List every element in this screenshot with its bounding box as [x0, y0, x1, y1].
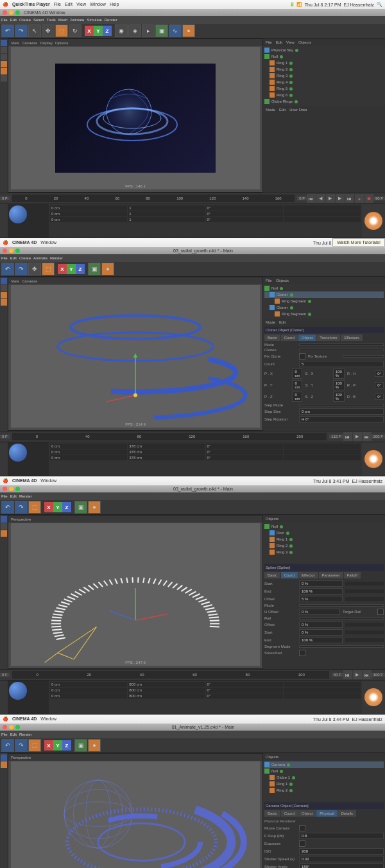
clock[interactable]: Thu Jul 8 2:17 PM [305, 3, 341, 7]
pos-x[interactable]: 0 cm [50, 205, 127, 211]
scale-tool[interactable]: ⬚ [42, 263, 55, 275]
c4d-menu-item[interactable]: Mesh [58, 18, 68, 22]
attribute-manager[interactable]: Spline [Spline] Basic Coord Effector Par… [263, 563, 385, 669]
attr-tab[interactable]: Edit [279, 108, 286, 112]
attr-tab[interactable]: User Data [289, 108, 307, 112]
viewport[interactable]: ViewCameras FPS : 214.9 [8, 277, 263, 431]
c4d-menu-item[interactable]: File [1, 18, 8, 22]
next-frame[interactable]: ▶ [336, 194, 345, 203]
fix-clone-check[interactable] [299, 353, 305, 360]
panel-tab[interactable]: File [266, 40, 272, 44]
tool-button[interactable]: ◈ [128, 24, 141, 37]
point-mode[interactable] [1, 54, 7, 60]
play-button[interactable]: ▶ [326, 194, 335, 203]
poly-mode[interactable] [1, 68, 7, 74]
sphere-primitive[interactable]: ● [182, 24, 195, 37]
c4d-menu-item[interactable]: Edit [10, 18, 17, 22]
c4d-menu-item[interactable]: Animate [70, 18, 84, 22]
menu-window[interactable]: Window [40, 240, 56, 245]
undo-button[interactable]: ↶ [1, 263, 14, 275]
object-row[interactable]: Ring 5 [264, 85, 384, 92]
cube-primitive[interactable]: ▣ [88, 263, 101, 275]
panel-tab[interactable]: Objects [298, 40, 311, 44]
rotate-tool[interactable]: ↻ [69, 24, 81, 37]
c4d-menu-item[interactable]: Select [33, 18, 44, 22]
search-icon[interactable]: 🔍 [377, 2, 382, 7]
object-row[interactable]: Globe Rings [264, 98, 384, 105]
c4d-menubar[interactable]: FileEditCreateAnimateRender [0, 254, 385, 262]
attr-tab[interactable]: Effectors [341, 334, 363, 341]
redo-button[interactable]: ↷ [15, 24, 28, 37]
mac-menubar[interactable]: 🍎 QuickTime Player File Edit View Window… [0, 0, 385, 9]
object-row[interactable]: Ring 2 [264, 66, 384, 73]
attribute-manager[interactable]: Camera Object [Camera] Basic Coord Objec… [263, 801, 385, 868]
c4d-menu-item[interactable]: Simulate [87, 18, 101, 22]
attr-tab[interactable]: Basic [264, 334, 280, 341]
object-row[interactable]: Ring 6 [264, 92, 384, 98]
frame-current[interactable]: 0 F [297, 196, 307, 200]
undo-button[interactable]: ↶ [1, 24, 14, 37]
app-name[interactable]: CINEMA 4D [12, 240, 37, 245]
menu-help[interactable]: Help [110, 2, 119, 7]
tool-button[interactable]: ◉ [115, 24, 128, 37]
status-icons[interactable]: 🔋 📶 [289, 2, 302, 7]
tutorial-button[interactable]: Watch More Tutorials! [332, 238, 385, 247]
menu-edit[interactable]: Edit [65, 2, 73, 7]
size-z[interactable]: 1 [128, 217, 205, 222]
object-row[interactable]: Physical Sky [264, 47, 384, 53]
frame-start[interactable]: 0 F [0, 196, 10, 200]
viewport[interactable]: Perspective (function(){var g=document.c… [8, 515, 263, 669]
object-row[interactable]: Ring 1 [264, 60, 384, 66]
object-manager[interactable]: Camera Null Globe 1 Ring 1 Ring 2 [263, 760, 385, 801]
object-manager[interactable]: Physical Sky Null Ring 1 Ring 2 Ring 3 R… [263, 46, 385, 106]
viewport[interactable]: View Cameras Display Options FPS : 146.1 [8, 39, 263, 193]
object-row[interactable]: Ring 4 [264, 79, 384, 85]
record-button[interactable]: ● [355, 194, 364, 203]
goto-end[interactable]: ⏭ [345, 194, 354, 203]
render-button[interactable]: ▸ [142, 24, 155, 37]
menu-view[interactable]: View [76, 2, 86, 7]
vp-menu[interactable]: Options [55, 41, 69, 45]
object-manager[interactable]: Null Disc Ring 1 Ring 2 Ring 3 [263, 522, 385, 563]
c4d-menu-item[interactable]: Render [105, 18, 117, 22]
cube-primitive[interactable]: ▣ [155, 24, 168, 37]
window-titlebar[interactable]: CINEMA 4D Window [0, 9, 385, 16]
frame-end[interactable]: 90 F [373, 196, 385, 200]
size-y[interactable]: 1 [128, 211, 205, 216]
size-x[interactable]: 1 [128, 205, 205, 211]
attribute-manager[interactable] [263, 113, 385, 193]
count-input[interactable]: 5 [299, 361, 384, 367]
window-titlebar[interactable]: 03_radial_growth.c4d * - Main [0, 247, 385, 254]
vp-menu[interactable]: View [11, 41, 19, 45]
axis-lock[interactable]: XYZ [85, 26, 112, 36]
rot-p[interactable]: 0° [206, 211, 283, 216]
spline-tool[interactable]: ∿ [169, 24, 182, 37]
rot-h[interactable]: 0° [206, 205, 283, 211]
pos-z[interactable]: 0 cm [50, 217, 127, 222]
attribute-manager[interactable]: Cloner Object [Cloner] Basic Coord Objec… [263, 326, 385, 431]
object-row[interactable]: Ring 3 [264, 73, 384, 79]
vp-menu[interactable]: Cameras [22, 41, 37, 45]
texture-mode[interactable] [1, 75, 7, 82]
panel-tab[interactable]: View [286, 40, 295, 44]
attr-tab[interactable]: Mode [266, 108, 275, 112]
viewport-canvas[interactable]: FPS : 146.1 [11, 47, 260, 189]
mode-select[interactable] [299, 343, 384, 346]
material-manager[interactable] [8, 442, 49, 476]
pos-y[interactable]: 0 cm [50, 211, 127, 216]
attr-tab[interactable]: Transform [316, 334, 340, 341]
object-row[interactable]: Null [264, 53, 384, 60]
user[interactable]: EJ Hassenfratz [344, 3, 374, 7]
material-preview[interactable] [9, 205, 27, 223]
vp-menu[interactable]: Display [40, 41, 53, 45]
eyeball-icon[interactable] [364, 450, 382, 468]
menu-file[interactable]: File [54, 2, 61, 7]
scale-tool[interactable]: ⬚ [55, 24, 68, 37]
c4d-menubar[interactable]: File Edit Create Select Tools Mesh Anima… [0, 16, 385, 24]
apple-menu[interactable]: 🍎 [3, 2, 8, 7]
menu-window[interactable]: Window [90, 2, 106, 7]
timeline[interactable]: 0 F 04080120160200 115 F ⏮▶⏭ 200 F [0, 431, 385, 442]
object-mode[interactable] [1, 47, 7, 53]
c4d-menu-item[interactable]: Create [19, 18, 31, 22]
sphere-primitive[interactable]: ● [101, 263, 114, 275]
